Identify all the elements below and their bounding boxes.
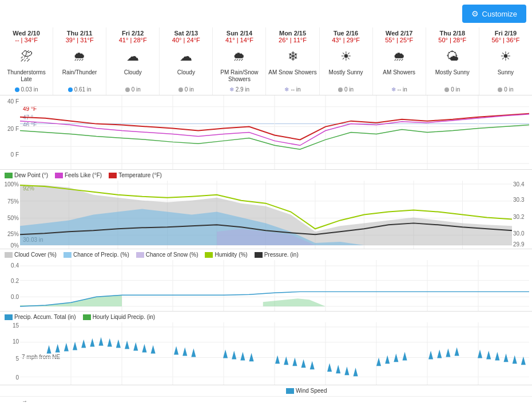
- temp-label-40f: 40 F: [7, 98, 19, 105]
- humidity-color: [205, 252, 213, 258]
- pressure-2: 30.3: [513, 197, 524, 203]
- day-col-0: Wed 2/10-- | 34°F⛈Thunderstorms Late0.03…: [0, 27, 53, 95]
- day-name-3: Sat 2/13: [161, 30, 211, 37]
- day-precip-val-3: 0 in: [185, 86, 194, 93]
- hourly-label: Hourly Liquid Precip. (in): [93, 314, 156, 320]
- day-temps-3: 40° | 24°F: [161, 37, 211, 43]
- svg-marker-84: [327, 363, 332, 372]
- svg-marker-62: [73, 342, 77, 350]
- day-temps-5: 26° | 11°F: [267, 37, 317, 43]
- day-temps-9: 56° | 36°F: [481, 37, 531, 43]
- wind-10: 10: [13, 338, 19, 344]
- day-icon-4: 🌧: [214, 43, 264, 69]
- chance-snow-label: Chance of Snow (%): [146, 252, 198, 258]
- svg-marker-97: [486, 351, 491, 360]
- day-precip-val-7: -- in: [398, 86, 407, 93]
- temp-legend: Dew Point (°) Feels Like (°F) Temperatur…: [0, 170, 532, 181]
- svg-marker-87: [354, 368, 358, 376]
- svg-marker-72: [174, 346, 178, 355]
- svg-marker-93: [437, 350, 442, 358]
- pressure-color: [255, 252, 263, 258]
- day-temps-7: 55° | 25°F: [374, 37, 424, 43]
- day-desc-5: AM Snow Showers: [267, 69, 317, 85]
- svg-marker-73: [182, 348, 187, 356]
- chance-snow-legend: Chance of Snow (%): [136, 252, 198, 258]
- day-temps-1: 39° | 31°F: [54, 37, 105, 43]
- wind-5: 5: [15, 356, 19, 362]
- wind-15: 15: [13, 322, 19, 329]
- svg-marker-68: [125, 341, 129, 349]
- pct-25: 25%: [7, 230, 19, 237]
- day-precip-1: 0.61 in: [54, 86, 105, 93]
- day-desc-3: Cloudy: [161, 69, 211, 85]
- arrow-direction: →: [22, 398, 27, 404]
- chance-precip-legend: Chance of Precip. (%): [63, 252, 129, 258]
- feels-like-label: Feels Like (°F): [65, 172, 102, 178]
- cloud-cover-legend: Cloud Cover (%): [5, 252, 57, 258]
- svg-marker-95: [455, 348, 459, 356]
- day-col-1: Thu 2/1139° | 31°F🌧Rain/Thunder0.61 in: [53, 27, 106, 95]
- day-name-2: Fri 2/12: [108, 30, 158, 37]
- wind-chart-svg: [20, 322, 529, 385]
- pct-50: 50%: [7, 215, 19, 221]
- cloud-cover-color: [5, 252, 13, 258]
- wind-speed-color: [286, 388, 294, 394]
- pct-0: 0%: [11, 242, 19, 249]
- pressure-label: Pressure. (in): [264, 252, 299, 258]
- day-icon-5: ❄: [267, 43, 317, 69]
- precip-chart-container: 0.4 0.2 0.0: [0, 260, 532, 312]
- svg-marker-86: [344, 366, 349, 375]
- day-desc-0: Thunderstorms Late: [1, 69, 51, 85]
- day-precip-4: ❄2.9 in: [214, 86, 264, 93]
- day-desc-2: Cloudy: [108, 69, 158, 85]
- pct-y-axis: 100% 75% 50% 25% 0%: [0, 181, 20, 249]
- humidity-legend: Humidity (%): [205, 252, 247, 258]
- day-precip-7: ❄-- in: [374, 86, 424, 93]
- svg-marker-61: [64, 343, 69, 352]
- customize-button[interactable]: ⚙ Customize: [462, 5, 526, 23]
- day-temps-2: 41° | 28°F: [108, 37, 158, 43]
- day-precip-2: 0 in: [108, 86, 158, 93]
- wind-speed-label-text: Wind Speed: [296, 388, 327, 394]
- svg-marker-88: [376, 357, 381, 366]
- wind-0: 0: [15, 374, 19, 380]
- svg-marker-89: [385, 355, 390, 364]
- temperature-legend: Temperature (°F): [109, 172, 162, 178]
- day-icon-2: ☁: [108, 43, 158, 69]
- svg-marker-59: [47, 345, 51, 354]
- svg-marker-77: [240, 352, 245, 361]
- svg-marker-82: [301, 359, 306, 368]
- day-precip-val-6: 0 in: [344, 86, 354, 93]
- day-col-3: Sat 2/1340° | 24°F☁Cloudy0 in: [160, 27, 213, 95]
- day-col-5: Mon 2/1526° | 11°F❄AM Snow Showers❄-- in: [266, 27, 319, 95]
- temp-label-20f: 20 F: [7, 126, 19, 132]
- day-precip-val-5: -- in: [291, 86, 300, 93]
- temperature-chart-container: 40 F 20 F 0 F 49 °F 47 ° 46 °F: [0, 95, 532, 170]
- day-desc-1: Rain/Thunder: [54, 69, 105, 85]
- day-icon-0: ⛈: [1, 43, 51, 69]
- wind-y-axis: 15 10 5 0: [0, 322, 20, 385]
- svg-marker-69: [133, 342, 138, 351]
- gear-icon: ⚙: [471, 9, 479, 18]
- dew-point-color: [5, 173, 13, 178]
- day-icon-8: 🌤: [427, 43, 478, 69]
- wind-chart-container: 15 10 5 0 7 mph from NE: [0, 322, 532, 385]
- svg-marker-100: [513, 355, 517, 364]
- chance-snow-color: [136, 252, 144, 258]
- hourly-precip-legend: Hourly Liquid Precip. (in): [83, 314, 156, 320]
- pressure-top: 30.4: [513, 181, 524, 187]
- wind-direction-row: →: [0, 396, 532, 406]
- day-precip-val-0: 0.03 in: [21, 86, 38, 93]
- dew-point-legend: Dew Point (°): [5, 172, 48, 178]
- pct-chart-svg: [20, 181, 512, 249]
- day-icon-9: ☀: [481, 43, 531, 69]
- day-name-8: Thu 2/18: [427, 30, 478, 37]
- precip-02: 0.2: [11, 277, 19, 284]
- cloud-cover-label: Cloud Cover (%): [14, 252, 57, 258]
- pressure-4: 30.0: [513, 230, 524, 236]
- pressure-bot: 29.9: [513, 241, 524, 247]
- pressure-y-axis: 30.4 30.3 30.2 30.0 29.9: [512, 181, 532, 249]
- svg-marker-79: [275, 355, 280, 364]
- svg-marker-70: [142, 344, 146, 353]
- day-precip-val-9: 0 in: [504, 86, 513, 93]
